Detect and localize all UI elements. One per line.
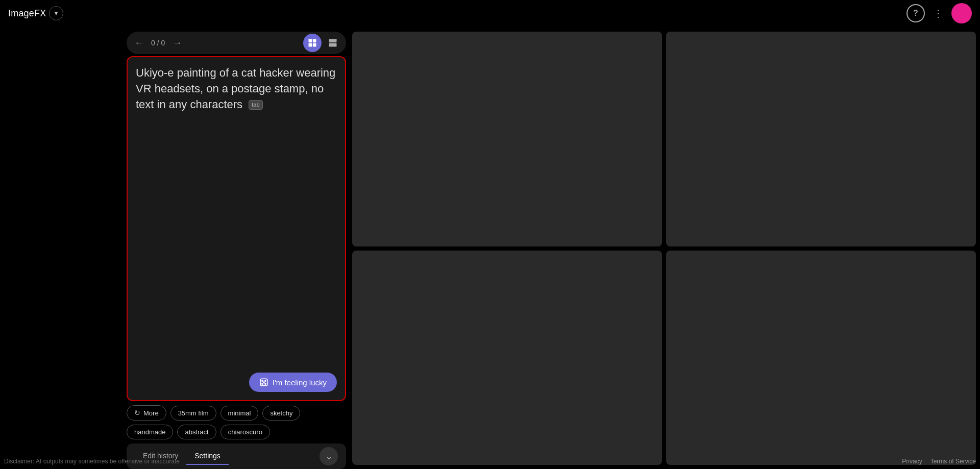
svg-rect-1 — [313, 39, 316, 43]
terms-link[interactable]: Terms of Service — [930, 458, 976, 465]
image-cell-2 — [666, 32, 976, 246]
more-label: More — [143, 409, 159, 417]
image-cell-4 — [666, 251, 976, 465]
svg-rect-2 — [309, 43, 312, 47]
image-cell-3 — [352, 251, 662, 465]
single-view-button[interactable] — [324, 34, 342, 52]
header-left: ImageFX ▾ — [8, 6, 63, 20]
svg-rect-3 — [313, 43, 316, 47]
prompt-container[interactable]: Ukiyo-e painting of a cat hacker wearing… — [127, 56, 346, 401]
svg-point-10 — [265, 380, 266, 381]
svg-point-8 — [265, 383, 266, 384]
svg-rect-5 — [329, 43, 337, 47]
refresh-icon: ↻ — [134, 409, 140, 417]
svg-rect-0 — [309, 39, 312, 43]
app-title: ImageFX — [8, 8, 46, 19]
nav-bar: ← 0 / 0 → — [127, 32, 346, 54]
single-view-icon — [328, 38, 338, 48]
avatar[interactable] — [951, 3, 972, 23]
more-options-button[interactable]: ⋮ — [929, 4, 947, 22]
bottom-tabs: Edit history Settings ⌄ — [127, 443, 346, 469]
help-button[interactable]: ? — [906, 4, 925, 22]
nav-prev-button[interactable]: ← — [131, 35, 147, 51]
help-icon: ? — [913, 9, 918, 18]
view-toggle — [303, 34, 342, 52]
app-header: ImageFX ▾ ? ⋮ — [0, 0, 980, 27]
chip-sketchy[interactable]: sketchy — [262, 406, 300, 421]
chip-handmade[interactable]: handmade — [127, 425, 173, 439]
feeling-lucky-label: I'm feeling lucky — [273, 378, 327, 387]
style-chips-container: ↻ More 35mm film minimal sketchy handmad… — [127, 401, 346, 441]
nav-next-button[interactable]: → — [169, 35, 185, 51]
more-styles-button[interactable]: ↻ More — [127, 405, 166, 421]
prompt-text: Ukiyo-e painting of a cat hacker wearing… — [136, 65, 337, 392]
grid-icon — [307, 38, 317, 48]
app-dropdown-button[interactable]: ▾ — [49, 6, 63, 20]
svg-point-7 — [262, 380, 263, 381]
chip-abstract[interactable]: abstract — [177, 425, 216, 439]
header-right: ? ⋮ — [906, 3, 972, 23]
feeling-lucky-button[interactable]: I'm feeling lucky — [249, 373, 337, 392]
prompt-content: Ukiyo-e painting of a cat hacker wearing… — [136, 66, 335, 111]
disclaimer-text: Disclaimer: AI outputs may sometimes be … — [4, 458, 180, 465]
chip-35mm-film[interactable]: 35mm film — [170, 406, 216, 421]
svg-rect-4 — [329, 39, 337, 43]
left-panel: ← 0 / 0 → — [127, 32, 346, 469]
nav-counter: 0 / 0 — [151, 39, 165, 47]
left-arrow-icon: ← — [134, 38, 143, 48]
chip-chiaroscuro[interactable]: chiaroscuro — [220, 425, 270, 439]
grid-view-button[interactable] — [303, 34, 322, 52]
privacy-link[interactable]: Privacy — [902, 458, 922, 465]
chip-minimal[interactable]: minimal — [220, 406, 259, 421]
svg-point-11 — [262, 383, 263, 384]
dropdown-icon: ▾ — [55, 10, 58, 17]
dice-icon — [259, 378, 268, 387]
footer: Disclaimer: AI outputs may sometimes be … — [4, 458, 976, 465]
tab-badge: tab — [249, 100, 262, 110]
image-cell-1 — [352, 32, 662, 246]
svg-point-9 — [263, 382, 264, 383]
more-vert-icon: ⋮ — [933, 7, 944, 19]
footer-links: Privacy Terms of Service — [902, 458, 976, 465]
right-arrow-icon: → — [173, 38, 182, 48]
image-grid — [352, 32, 976, 465]
nav-arrows: ← 0 / 0 → — [131, 35, 185, 51]
